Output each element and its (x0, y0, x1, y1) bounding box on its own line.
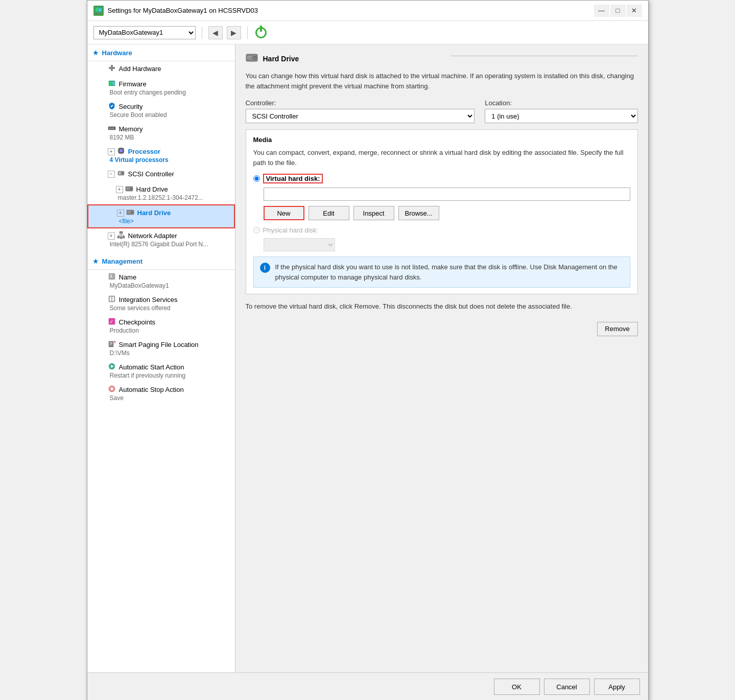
svg-rect-23 (117, 150, 118, 150)
new-button[interactable]: New (264, 206, 304, 220)
apply-button[interactable]: Apply (594, 679, 640, 695)
svg-rect-55 (109, 296, 115, 302)
back-button[interactable]: ◀ (208, 26, 223, 39)
integration-sub-text: Some services offered (108, 305, 230, 312)
svg-rect-15 (112, 128, 113, 129)
edit-button[interactable]: Edit (309, 206, 349, 220)
sidebar-item-checkpoints[interactable]: ✓ Checkpoints Production (87, 315, 235, 337)
firmware-icon (108, 79, 116, 89)
phd-radio-row: Physical hard disk: (253, 226, 630, 234)
main-window: Settings for MyDataBoxGateway1 on HCSSRV… (87, 0, 649, 700)
svg-rect-29 (120, 153, 121, 154)
svg-rect-18 (111, 126, 111, 127)
svg-rect-20 (114, 126, 114, 127)
smartpaging-icon (108, 340, 116, 349)
scsi-icon (117, 169, 125, 179)
processor-text: Processor (128, 148, 161, 155)
svg-point-33 (122, 172, 124, 174)
svg-rect-28 (122, 147, 122, 148)
info-text: If the physical hard disk you want to us… (275, 262, 624, 282)
svg-rect-1 (96, 8, 98, 11)
memory-icon (108, 124, 116, 134)
svg-rect-17 (109, 126, 110, 127)
vhd-path-input[interactable] (264, 188, 630, 201)
sidebar-item-network[interactable]: + Netwo (87, 228, 235, 251)
network-expand[interactable]: + (108, 232, 115, 240)
processor-expand[interactable]: + (108, 148, 115, 155)
svg-rect-9 (110, 82, 111, 85)
smartpaging-text: Smart Paging File Location (119, 341, 199, 348)
inspect-button[interactable]: Inspect (353, 206, 394, 220)
phd-radio[interactable] (253, 227, 260, 234)
svg-point-71 (254, 57, 255, 59)
sidebar-item-name[interactable]: A Name MyDataBoxGateway1 (87, 270, 235, 292)
maximize-button[interactable]: □ (610, 5, 626, 17)
sidebar-item-security[interactable]: Security Secure Boot enabled (87, 99, 235, 122)
panel-hd-icon (246, 53, 258, 65)
name-text: Name (119, 273, 137, 281)
svg-rect-61 (110, 342, 112, 343)
svg-rect-30 (122, 153, 122, 154)
toolbar: MyDataBoxGateway1 ◀ ▶ (87, 21, 648, 44)
svg-rect-24 (117, 151, 118, 152)
sidebar-item-processor[interactable]: + (87, 144, 235, 167)
hd1-expand[interactable]: + (116, 186, 123, 193)
processor-sub-text: 4 Virtual processors (108, 156, 230, 164)
controller-location-row: Controller: SCSI Controller Location: 1 … (246, 99, 638, 123)
sidebar-item-hd2[interactable]: + Hard Drive <file> (87, 204, 235, 228)
vhd-radio-label: Virtual hard disk: (263, 174, 323, 183)
info-box: i If the physical hard disk you want to … (253, 256, 630, 288)
content-area: ★ Hardware Add Hardware (87, 44, 648, 672)
svg-text:A: A (110, 274, 112, 279)
bottom-bar: OK Cancel Apply (87, 672, 648, 700)
sidebar-item-hd1[interactable]: + Hard Drive master.1.2.18252.1-304-2472… (87, 182, 235, 204)
hd1-sub-text: master.1.2.18252.1-304-2472... (116, 194, 230, 201)
security-icon (108, 102, 116, 111)
hd2-sub-text: <file> (117, 218, 229, 225)
sidebar-item-autostart[interactable]: Automatic Start Action Restart if previo… (87, 360, 235, 382)
scsi-expand[interactable]: − (108, 171, 115, 178)
svg-rect-22 (120, 149, 123, 152)
browse-button[interactable]: Browse... (398, 206, 439, 220)
svg-rect-44 (120, 231, 123, 234)
vm-selector[interactable]: MyDataBoxGateway1 (93, 26, 196, 39)
remove-row: Remove (246, 322, 638, 336)
sidebar-item-scsi[interactable]: − SCSI Controller (87, 167, 235, 182)
autostop-text: Automatic Stop Action (119, 386, 184, 393)
hd2-text: Hard Drive (137, 209, 171, 217)
svg-rect-47 (120, 237, 122, 239)
remove-button[interactable]: Remove (597, 322, 638, 336)
network-text: Network Adapter (128, 232, 177, 240)
network-icon (117, 231, 125, 241)
location-select[interactable]: 1 (in use) (485, 109, 637, 123)
forward-button[interactable]: ▶ (227, 26, 241, 39)
minimize-button[interactable]: — (594, 5, 609, 17)
svg-text:✓: ✓ (109, 319, 113, 324)
svg-rect-62 (110, 343, 112, 344)
svg-rect-45 (117, 236, 120, 238)
app-icon (93, 6, 104, 16)
cancel-button[interactable]: Cancel (544, 679, 590, 695)
sidebar-item-integration[interactable]: Integration Services Some services offer… (87, 292, 235, 315)
hd2-expand[interactable]: + (117, 209, 124, 217)
sidebar-item-add-hardware[interactable]: Add Hardware (87, 61, 235, 77)
integration-text: Integration Services (119, 296, 178, 304)
sidebar-item-autostop[interactable]: Automatic Stop Action Save (87, 382, 235, 405)
svg-rect-10 (112, 82, 114, 83)
sidebar-item-firmware[interactable]: Firmware Boot entry changes pending (87, 77, 235, 99)
power-button[interactable] (254, 26, 268, 40)
checkpoints-text: Checkpoints (119, 318, 156, 326)
close-button[interactable]: ✕ (627, 5, 642, 17)
left-panel: ★ Hardware Add Hardware (87, 44, 235, 672)
svg-rect-56 (110, 297, 111, 301)
sidebar-item-memory[interactable]: Memory 8192 MB (87, 122, 235, 144)
autostart-text: Automatic Start Action (119, 363, 184, 371)
power-icon (255, 27, 267, 38)
sidebar-item-smartpaging[interactable]: Smart Paging File Location D:\VMs (87, 337, 235, 360)
controller-select[interactable]: SCSI Controller (246, 109, 475, 123)
ok-button[interactable]: OK (494, 679, 540, 695)
svg-rect-46 (123, 236, 125, 238)
svg-rect-63 (110, 344, 111, 345)
vhd-radio[interactable] (253, 175, 260, 182)
smartpaging-sub-text: D:\VMs (108, 349, 230, 357)
